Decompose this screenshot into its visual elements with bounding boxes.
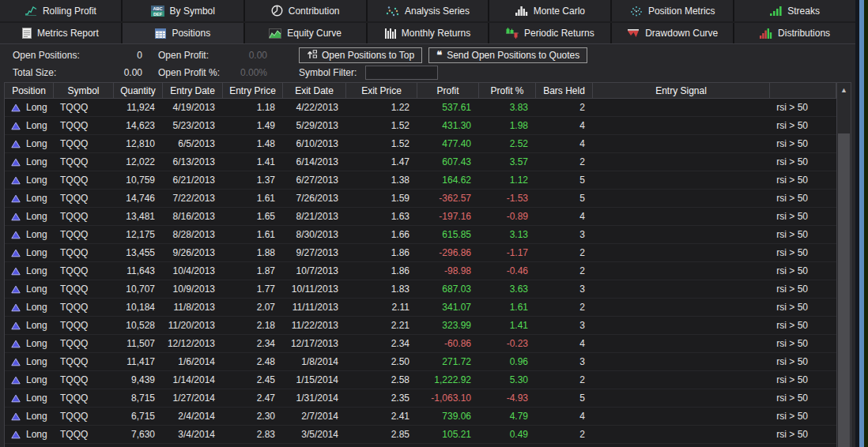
table-row[interactable]: LongTQQQ10,7596/21/20131.376/27/20131.38… [5,171,836,190]
cell-signal: rsi > 50 [770,335,836,352]
by-symbol-icon: ABCDEF [151,6,164,17]
cell-profit: 5.30 [479,371,536,389]
column-header-entry-price[interactable]: Entry Price [223,83,283,99]
table-row[interactable]: LongTQQQ9,4391/14/20142.451/15/20142.581… [5,371,836,389]
symbol-filter-input[interactable] [365,66,438,80]
long-marker-icon [11,340,21,348]
cell-exit-date: 12/17/2013 [283,335,346,352]
cell-quantity: 10,528 [114,317,163,334]
tab-rolling-profit[interactable]: Rolling Profit [0,0,121,21]
long-marker-icon [11,212,21,221]
tab-label: Positions [172,28,210,39]
cell-bars-held: 2 [536,244,593,261]
vertical-scrollbar[interactable]: ▲ [836,83,851,447]
column-header-entry-date[interactable]: Entry Date [163,83,223,99]
tab-metrics-report[interactable]: Metrics Report [0,23,121,43]
cell-symbol: TQQQ [54,444,114,447]
cell-profit: 1.12 [479,171,536,189]
table-row[interactable]: LongTQQQ11,50712/12/20132.3412/17/20132.… [5,335,836,353]
open-positions-to-top-button[interactable]: Open Positions to Top [299,47,422,63]
cell-entry-signal [593,153,770,171]
table-row[interactable]: LongTQQQ10,70710/9/20131.7710/11/20131.8… [5,280,836,299]
button-label: Open Positions to Top [322,50,414,61]
cell-entry-signal [593,117,770,134]
cell-symbol: TQQQ [54,389,114,407]
cell-entry-signal [593,353,770,370]
table-row[interactable]: LongTQQQ11,64310/4/20131.8710/7/20131.86… [5,262,836,280]
column-header-exit-price[interactable]: Exit Price [346,83,417,99]
cell-profit: -98.98 [417,262,479,280]
tab-by-symbol[interactable]: ABCDEFBy Symbol [123,0,243,21]
tab-drawdown-curve[interactable]: Drawdown Curve [612,23,733,43]
table-row[interactable]: LongTQQQ13,4559/26/20131.889/27/20131.86… [5,244,836,262]
window-edge-green [864,0,868,447]
tab-position-metrics[interactable]: Position Metrics [612,0,733,21]
tab-streaks[interactable]: Streaks [734,0,855,21]
table-row[interactable]: LongTQQQ10,18411/8/20132.0711/11/20132.1… [5,299,836,317]
cell-entry-date: 1/27/2014 [163,389,223,407]
column-header-symbol[interactable]: Symbol [54,83,114,99]
analysis-series-icon [386,6,399,17]
table-row[interactable]: LongTQQQ11,4171/6/20142.481/8/20142.5027… [5,353,836,371]
table-row[interactable]: LongTQQQ6,7152/4/20142.302/7/20142.41739… [5,408,836,426]
positions-icon [155,28,166,39]
table-row[interactable]: LongTQQQ7,8723/12/20142.763/13/20142.846… [5,444,836,447]
column-header-profit[interactable]: Profit [417,83,479,99]
cell-entry-date: 2/4/2014 [163,408,223,425]
column-header-quantity[interactable]: Quantity [114,83,163,99]
table-row[interactable]: LongTQQQ14,6235/23/20131.495/29/20131.52… [5,117,836,135]
table-row[interactable]: LongTQQQ12,1758/28/20131.618/30/20131.66… [5,226,836,244]
column-header-signal[interactable] [770,83,836,99]
column-header-bars-held[interactable]: Bars Held [536,83,593,99]
column-header-profit[interactable]: Profit % [479,83,536,99]
cell-profit: 607.43 [417,153,479,171]
tab-distributions[interactable]: Distributions [734,23,855,43]
cell-quantity: 12,175 [114,226,163,243]
tab-equity-curve[interactable]: Equity Curve [245,23,366,43]
column-header-entry-signal[interactable]: Entry Signal [593,83,770,99]
tab-periodic-returns[interactable]: Periodic Returns [489,23,610,43]
tab-contribution[interactable]: Contribution [245,0,366,21]
cell-entry-date: 6/13/2013 [163,153,223,171]
cell-exit-date: 2/7/2014 [283,408,346,425]
table-row[interactable]: LongTQQQ13,4818/16/20131.658/21/20131.63… [5,208,836,226]
rolling-profit-icon [25,6,37,17]
cell-symbol: TQQQ [54,317,114,334]
table-row[interactable]: LongTQQQ10,52811/20/20132.1811/22/20132.… [5,317,836,335]
table-row[interactable]: LongTQQQ12,8106/5/20131.486/10/20131.524… [5,135,836,153]
cell-symbol: TQQQ [54,280,114,298]
column-header-position[interactable]: Position [5,83,54,99]
table-row[interactable]: LongTQQQ8,7151/27/20142.471/31/20142.35-… [5,389,836,408]
position-metrics-icon [630,6,643,17]
cell-entry-date: 8/16/2013 [163,208,223,225]
cell-exit-price: 1.63 [346,208,417,225]
scrollbar-up-icon[interactable]: ▲ [837,83,851,96]
tab-analysis-series[interactable]: Analysis Series [368,0,489,21]
cell-entry-signal [593,426,770,443]
cell-profit: 615.85 [417,226,479,243]
cell-exit-date: 4/22/2013 [283,99,346,116]
cell-exit-price: 1.47 [346,153,417,171]
tab-monthly-returns[interactable]: Monthly Returns [368,23,489,43]
table-row[interactable]: LongTQQQ7,6303/4/20142.833/5/20142.85105… [5,426,836,444]
cell-entry-date: 10/4/2013 [163,262,223,280]
table-body: LongTQQQ11,9244/19/20131.184/22/20131.22… [5,99,836,447]
cell-quantity: 14,623 [114,117,163,134]
table-row[interactable]: LongTQQQ14,7467/22/20131.617/26/20131.59… [5,190,836,208]
cell-exit-date: 11/22/2013 [283,317,346,334]
table-row[interactable]: LongTQQQ11,9244/19/20131.184/22/20131.22… [5,99,836,117]
cell-signal: rsi > 50 [770,353,836,370]
cell-quantity: 7,872 [114,444,163,447]
send-open-positions-to-quotes-button[interactable]: ❝ Send Open Positions to Quotes [428,47,587,63]
cell-entry-price: 1.77 [223,280,283,298]
tab-positions[interactable]: Positions [123,23,243,43]
scrollbar-thumb[interactable] [838,133,850,447]
table-row[interactable]: LongTQQQ12,0226/13/20131.416/14/20131.47… [5,153,836,171]
tab-monte-carlo[interactable]: Monte Carlo [489,0,610,21]
cell-profit: 0.96 [479,353,536,370]
column-header-exit-date[interactable]: Exit Date [283,83,346,99]
cell-quantity: 7,630 [114,426,163,443]
cell-exit-price: 1.83 [346,280,417,298]
cell-position: Long [5,371,54,389]
cell-exit-price: 2.21 [346,317,417,334]
